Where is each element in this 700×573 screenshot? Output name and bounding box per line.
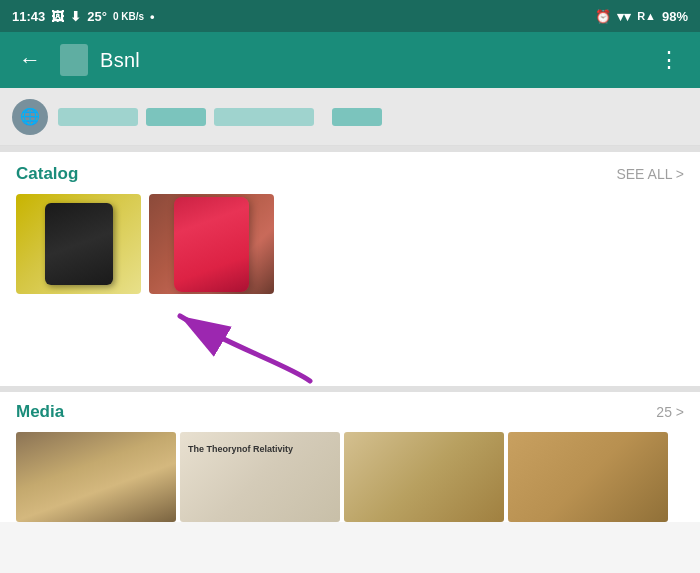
catalog-section-header: Catalog SEE ALL > [16,164,684,184]
more-options-button[interactable]: ⋮ [650,43,688,77]
status-bar: 11:43 🖼 ⬇ 25° 0 KB/s • ⏰ ▾▾ R▲ 98% [0,0,700,32]
signal-icon: R▲ [637,10,656,22]
media-thumbnail-row [16,432,684,522]
media-count-button[interactable]: 25 > [656,404,684,420]
app-bar-avatar [60,44,88,76]
annotation-arrow [130,306,350,386]
wifi-icon: ▾▾ [617,9,631,24]
back-icon: ← [19,47,41,73]
blur-block-2 [146,108,206,126]
arrow-annotation-area [0,306,700,386]
app-bar: ← Bsnl ⋮ [0,32,700,88]
catalog-thumbnail-row [16,194,684,306]
status-bar-left: 11:43 🖼 ⬇ 25° 0 KB/s • [12,9,155,24]
network-speed: 0 KB/s [113,11,144,22]
banner-content-blurred [58,108,688,126]
catalog-section: Catalog SEE ALL > [0,152,700,306]
blur-block-4 [332,108,382,126]
back-button[interactable]: ← [12,42,48,78]
blur-block-1 [58,108,138,126]
time-display: 11:43 [12,9,45,24]
media-title: Media [16,402,64,422]
temperature-display: 25° [87,9,107,24]
app-bar-title: Bsnl [100,49,650,72]
globe-icon: 🌐 [12,99,48,135]
battery-display: 98% [662,9,688,24]
photo-icon: 🖼 [51,9,64,24]
catalog-thumb-2[interactable] [149,194,274,294]
download-icon: ⬇ [70,9,81,24]
catalog-title: Catalog [16,164,78,184]
media-thumb-3[interactable] [344,432,504,522]
dot-indicator: • [150,9,155,24]
banner-area: 🌐 [0,88,700,146]
media-section-header: Media 25 > [16,402,684,422]
media-thumb-1[interactable] [16,432,176,522]
catalog-thumb-1[interactable] [16,194,141,294]
blur-block-3 [214,108,314,126]
media-thumb-2[interactable] [180,432,340,522]
status-bar-right: ⏰ ▾▾ R▲ 98% [595,9,688,24]
catalog-see-all-button[interactable]: SEE ALL > [616,166,684,182]
alarm-icon: ⏰ [595,9,611,24]
media-section: Media 25 > [0,386,700,522]
media-thumb-4[interactable] [508,432,668,522]
